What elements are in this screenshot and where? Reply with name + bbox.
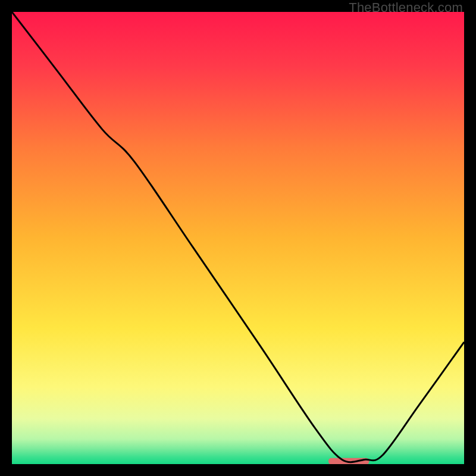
highlight-segment — [328, 458, 369, 464]
chart-svg — [12, 12, 464, 464]
chart-plot-area — [12, 12, 464, 464]
chart-frame: TheBottleneck.com — [0, 0, 476, 476]
watermark-label: TheBottleneck.com — [349, 0, 463, 15]
gradient-background — [12, 12, 464, 464]
